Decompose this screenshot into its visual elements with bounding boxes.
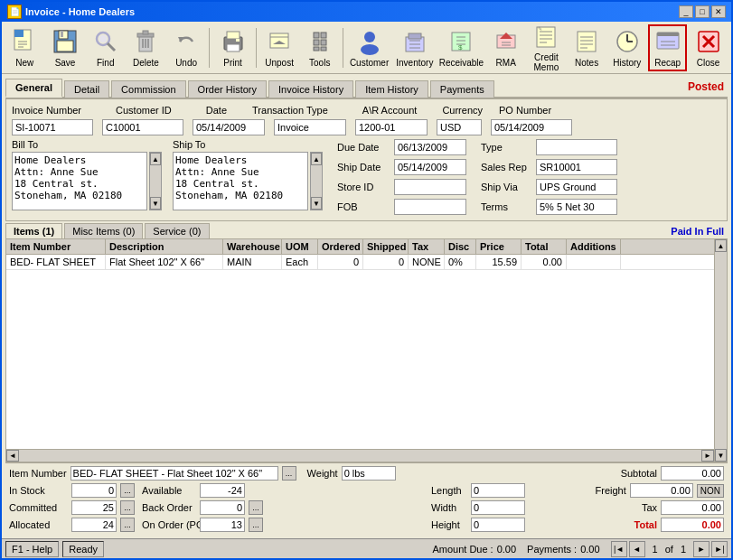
tab-payments[interactable]: Payments bbox=[430, 80, 494, 98]
h-scroll-right[interactable]: ► bbox=[701, 450, 714, 462]
find-button[interactable]: Find bbox=[86, 24, 125, 71]
form-area: Invoice Number Customer ID Date Transact… bbox=[5, 98, 728, 221]
item-number-dots-btn[interactable]: ... bbox=[282, 466, 296, 481]
inventory-button[interactable]: Inventory bbox=[393, 24, 436, 71]
transaction-type-input[interactable] bbox=[274, 119, 346, 135]
back-order-dots[interactable]: ... bbox=[249, 500, 263, 515]
committed-dots[interactable]: ... bbox=[120, 500, 135, 515]
subtotal-input bbox=[661, 466, 724, 481]
col-tax: Tax bbox=[409, 239, 445, 254]
receivable-button[interactable]: $ Receivable bbox=[437, 24, 484, 71]
ship-date-label: Ship Date bbox=[337, 162, 391, 173]
po-number-input[interactable] bbox=[491, 119, 572, 135]
h-scrollbar[interactable]: ◄ ► bbox=[6, 449, 714, 462]
nav-next-controls: ► ►| bbox=[693, 541, 728, 557]
table-row[interactable]: BED- FLAT SHEET Flat Sheet 102" X 66" MA… bbox=[6, 255, 714, 270]
bill-to-scroll-down[interactable]: ▼ bbox=[150, 197, 161, 210]
sales-rep-input[interactable] bbox=[536, 159, 617, 175]
new-button[interactable]: New bbox=[5, 24, 44, 71]
weight-input[interactable] bbox=[342, 466, 396, 481]
height-input[interactable] bbox=[471, 518, 525, 532]
tax-input bbox=[661, 500, 724, 515]
unpost-button[interactable]: Unpost bbox=[260, 24, 299, 71]
terms-label: Terms bbox=[481, 201, 533, 212]
subtab-items[interactable]: Items (1) bbox=[5, 223, 62, 238]
tab-detail[interactable]: Detail bbox=[64, 80, 109, 98]
col-shipped: Shipped bbox=[363, 239, 409, 254]
sales-rep-group: Sales Rep bbox=[481, 159, 617, 175]
tab-item-history[interactable]: Item History bbox=[355, 80, 428, 98]
width-input[interactable] bbox=[471, 500, 525, 515]
svg-rect-26 bbox=[314, 33, 319, 38]
store-id-input[interactable] bbox=[394, 179, 466, 195]
freight-label: Freight bbox=[577, 485, 626, 496]
ship-to-scroll-up[interactable]: ▲ bbox=[311, 153, 322, 165]
minimize-button[interactable]: _ bbox=[679, 5, 693, 18]
rma-button[interactable]: RMA bbox=[486, 24, 525, 71]
length-input[interactable] bbox=[471, 483, 525, 498]
cell-warehouse: MAIN bbox=[223, 255, 282, 269]
ship-via-label: Ship Via bbox=[481, 182, 533, 192]
close-window-button[interactable]: ✕ bbox=[711, 5, 726, 18]
recap-button[interactable]: Recap bbox=[648, 24, 687, 71]
bill-to-scroll-up[interactable]: ▲ bbox=[150, 153, 161, 165]
delete-button[interactable]: Delete bbox=[127, 24, 165, 71]
h-scroll-left[interactable]: ◄ bbox=[6, 450, 19, 462]
close-button[interactable]: Close bbox=[689, 24, 728, 71]
v-scroll-up[interactable]: ▲ bbox=[715, 239, 727, 252]
cell-price: 15.59 bbox=[476, 255, 522, 269]
nav-first[interactable]: |◄ bbox=[611, 541, 627, 557]
tab-general[interactable]: General bbox=[5, 79, 62, 98]
nav-last[interactable]: ►| bbox=[711, 541, 728, 557]
credit-memo-button[interactable]: ✎ Credit Memo bbox=[527, 24, 566, 71]
print-button[interactable]: Print bbox=[213, 24, 252, 71]
freight-input[interactable] bbox=[630, 483, 693, 498]
maximize-button[interactable]: □ bbox=[695, 5, 710, 18]
ship-to-scroll-down[interactable]: ▼ bbox=[311, 197, 322, 210]
svg-rect-22 bbox=[236, 39, 240, 42]
subtab-misc-items[interactable]: Misc Items (0) bbox=[64, 223, 143, 238]
tools-button[interactable]: Tools bbox=[300, 24, 339, 71]
fob-input[interactable] bbox=[394, 199, 466, 215]
ship-to-textarea[interactable]: Home Dealers Attn: Anne Sue 18 Central s… bbox=[173, 152, 308, 210]
notes-button[interactable]: Notes bbox=[568, 24, 606, 71]
tab-invoice-history[interactable]: Invoice History bbox=[268, 80, 353, 98]
bill-to-textarea[interactable]: Home Dealers Attn: Anne Sue 18 Central s… bbox=[12, 152, 147, 210]
type-input[interactable] bbox=[536, 139, 617, 155]
nav-prev[interactable]: ◄ bbox=[629, 541, 645, 557]
v-scroll-down[interactable]: ▼ bbox=[715, 449, 727, 462]
totals-fields: Freight NON Tax Total bbox=[543, 483, 724, 532]
weight-label: Weight bbox=[307, 468, 338, 479]
invoice-number-input[interactable] bbox=[12, 119, 93, 135]
currency-input[interactable] bbox=[437, 119, 482, 135]
in-stock-dots[interactable]: ... bbox=[120, 483, 135, 498]
customer-button[interactable]: Customer bbox=[347, 24, 391, 71]
date-group: Date bbox=[206, 105, 227, 116]
subtab-service[interactable]: Service (0) bbox=[145, 223, 209, 238]
save-button[interactable]: Save bbox=[46, 24, 85, 71]
nav-next[interactable]: ► bbox=[693, 541, 710, 557]
date-input[interactable] bbox=[193, 119, 265, 135]
width-label: Width bbox=[431, 502, 467, 513]
customer-id-input[interactable] bbox=[102, 119, 183, 135]
tab-commission[interactable]: Commission bbox=[111, 80, 186, 98]
due-date-group: Due Date bbox=[337, 139, 466, 155]
ship-date-input[interactable] bbox=[394, 159, 466, 175]
bottom-bar: Item Number ... Weight Subtotal In Stock bbox=[5, 462, 728, 535]
tab-order-history[interactable]: Order History bbox=[188, 80, 267, 98]
store-id-group: Store ID bbox=[337, 179, 466, 195]
item-number-bottom-input[interactable] bbox=[70, 466, 278, 481]
h-scroll-track[interactable] bbox=[19, 450, 701, 462]
main-tabs: General Detail Commission Order History … bbox=[5, 78, 728, 98]
ship-via-input[interactable] bbox=[536, 179, 617, 195]
due-date-input[interactable] bbox=[394, 139, 466, 155]
svg-rect-35 bbox=[409, 33, 421, 39]
allocated-dots[interactable]: ... bbox=[120, 518, 135, 532]
history-button[interactable]: History bbox=[607, 24, 646, 71]
terms-input[interactable] bbox=[536, 199, 617, 215]
on-order-dots[interactable]: ... bbox=[249, 518, 263, 532]
ar-account-input[interactable] bbox=[355, 119, 428, 135]
transaction-type-label: Transaction Type bbox=[252, 105, 328, 116]
form-row-inputs bbox=[12, 119, 721, 135]
undo-button[interactable]: Undo bbox=[167, 24, 206, 71]
